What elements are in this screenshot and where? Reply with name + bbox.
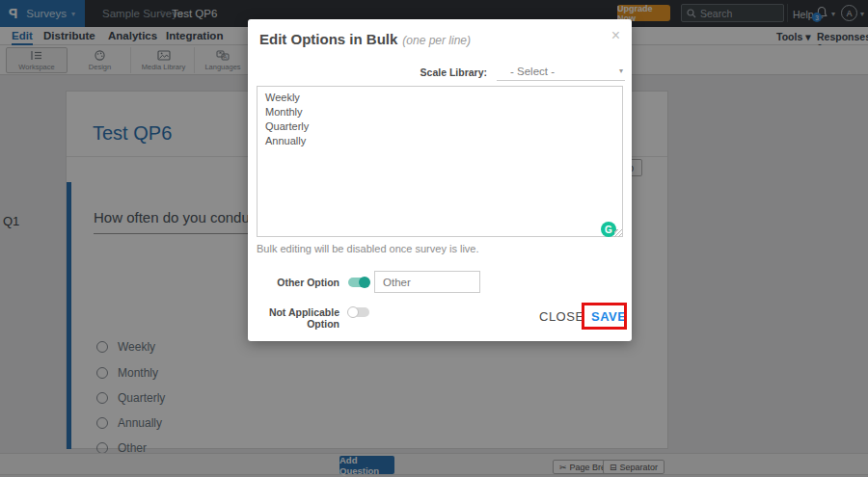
other-option-label: Other Option: [248, 277, 339, 288]
textarea-resize-handle[interactable]: [614, 229, 622, 237]
scale-library-select[interactable]: - Select - ▾: [497, 64, 625, 81]
other-option-input[interactable]: [374, 271, 480, 293]
chevron-down-icon: ▾: [619, 66, 623, 75]
modal-title-text: Edit Options in Bulk: [259, 31, 397, 47]
other-option-toggle[interactable]: [348, 278, 369, 287]
toggle-knob: [359, 277, 370, 288]
bulk-options-textarea[interactable]: Weekly Monthly Quarterly Annually: [257, 86, 623, 237]
not-applicable-option-label: Not Applicable Option: [248, 306, 339, 330]
edit-options-in-bulk-modal: Edit Options in Bulk(one per line) × Sca…: [248, 19, 632, 341]
bulk-editing-note: Bulk editing will be disabled once surve…: [257, 243, 479, 254]
close-icon[interactable]: ×: [611, 27, 620, 44]
scale-library-row: Scale Library: - Select - ▾: [420, 64, 625, 81]
close-button[interactable]: CLOSE: [539, 309, 584, 324]
scale-library-value: - Select -: [510, 66, 555, 77]
questionpro-survey-editor: P Surveys ▾ Sample Surveys > Test QP6 Up…: [0, 0, 868, 477]
modal-title: Edit Options in Bulk(one per line): [259, 31, 471, 47]
not-applicable-toggle[interactable]: [348, 307, 369, 317]
save-highlight-annotation: [582, 303, 627, 330]
modal-subtitle: (one per line): [402, 34, 471, 47]
toggle-knob: [347, 306, 359, 318]
scale-library-label: Scale Library:: [420, 66, 487, 81]
